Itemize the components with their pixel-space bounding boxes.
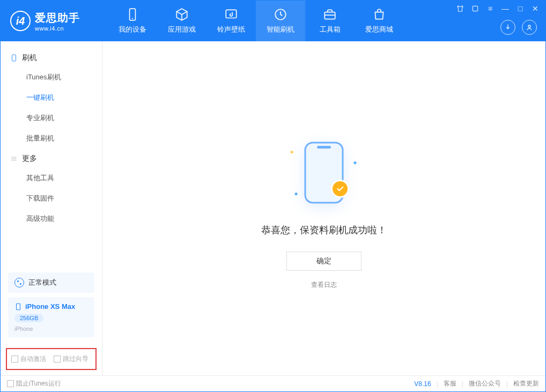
svg-rect-7 bbox=[17, 304, 20, 310]
sidebar-item-itunes-flash[interactable]: iTunes刷机 bbox=[1, 67, 102, 87]
support-link[interactable]: 客服 bbox=[444, 379, 456, 388]
nav-apps-games[interactable]: 应用游戏 bbox=[157, 1, 206, 41]
auto-activate-checkbox[interactable]: 自动激活 bbox=[11, 354, 46, 364]
refresh-icon bbox=[274, 8, 287, 21]
nav-my-device[interactable]: 我的设备 bbox=[108, 1, 157, 41]
view-log-link[interactable]: 查看日志 bbox=[311, 280, 337, 290]
sidebar-section-more: 更多 bbox=[1, 149, 102, 168]
svg-rect-4 bbox=[473, 6, 477, 11]
mode-icon bbox=[14, 278, 24, 287]
minimize-button[interactable]: — bbox=[500, 4, 510, 13]
main-nav: 我的设备 应用游戏 铃声壁纸 智能刷机 工具箱 爱思商城 bbox=[108, 1, 404, 41]
footer: 阻止iTunes运行 V8.16 | 客服 | 微信公众号 | 检查更新 bbox=[1, 375, 545, 391]
device-info-card[interactable]: iPhone XS Max 256GB iPhone bbox=[8, 297, 94, 337]
svg-rect-9 bbox=[317, 146, 331, 149]
nav-label: 我的设备 bbox=[119, 25, 146, 34]
section-label: 更多 bbox=[22, 154, 37, 164]
section-label: 刷机 bbox=[22, 53, 37, 63]
svg-rect-3 bbox=[324, 12, 335, 19]
nav-ringtones-wallpapers[interactable]: 铃声壁纸 bbox=[206, 1, 256, 41]
block-itunes-checkbox[interactable]: 阻止iTunes运行 bbox=[7, 379, 61, 388]
svg-point-1 bbox=[132, 18, 133, 19]
bag-icon bbox=[372, 8, 386, 21]
device-mode-card[interactable]: 正常模式 bbox=[8, 272, 94, 293]
highlighted-checkbox-area: 自动激活 跳过向导 bbox=[6, 348, 97, 370]
sidebar-item-one-click-flash[interactable]: 一键刷机 bbox=[1, 87, 102, 108]
skip-guide-checkbox[interactable]: 跳过向导 bbox=[54, 354, 88, 364]
device-name: iPhone XS Max bbox=[25, 302, 75, 310]
nav-label: 应用游戏 bbox=[168, 25, 196, 34]
phone-icon bbox=[14, 303, 22, 310]
svg-rect-6 bbox=[12, 55, 16, 61]
menu-icon[interactable]: ≡ bbox=[485, 4, 495, 13]
sparkle-icon: ✦ bbox=[289, 149, 294, 156]
logo-icon: i4 bbox=[10, 11, 31, 31]
ok-button[interactable]: 确定 bbox=[286, 252, 361, 271]
sidebar-item-download-firmware[interactable]: 下载固件 bbox=[1, 188, 102, 209]
check-badge-icon bbox=[331, 180, 349, 198]
nav-label: 智能刷机 bbox=[267, 25, 294, 34]
header: i4 爱思助手 www.i4.cn 我的设备 应用游戏 铃声壁纸 智能刷机 工具… bbox=[1, 1, 545, 41]
sidebar-item-pro-flash[interactable]: 专业刷机 bbox=[1, 108, 102, 128]
cube-icon bbox=[175, 8, 189, 21]
sidebar-item-other-tools[interactable]: 其他工具 bbox=[1, 168, 102, 188]
feedback-icon[interactable] bbox=[470, 4, 480, 13]
svg-point-5 bbox=[528, 25, 530, 27]
skin-icon[interactable] bbox=[455, 4, 465, 13]
window-controls: ≡ — □ ✕ bbox=[455, 4, 540, 13]
nav-label: 工具箱 bbox=[320, 25, 341, 34]
device-icon bbox=[126, 8, 139, 21]
wechat-link[interactable]: 微信公众号 bbox=[469, 379, 501, 388]
success-illustration: ✦ ✦ ✦ bbox=[294, 138, 353, 208]
music-note-icon bbox=[224, 8, 238, 21]
sparkle-icon: ✦ bbox=[352, 159, 358, 167]
device-type: iPhone bbox=[14, 326, 88, 332]
sidebar-item-batch-flash[interactable]: 批量刷机 bbox=[1, 128, 102, 149]
nav-store[interactable]: 爱思商城 bbox=[355, 1, 404, 41]
sidebar-item-advanced[interactable]: 高级功能 bbox=[1, 209, 102, 229]
nav-smart-flash[interactable]: 智能刷机 bbox=[256, 1, 305, 41]
sidebar: 刷机 iTunes刷机 一键刷机 专业刷机 批量刷机 更多 其他工具 下载固件 … bbox=[1, 41, 102, 375]
version-label: V8.16 bbox=[414, 380, 431, 388]
main-content: ✦ ✦ ✦ 恭喜您，保资料刷机成功啦！ 确定 查看日志 bbox=[102, 41, 545, 375]
nav-label: 爱思商城 bbox=[365, 25, 393, 34]
user-button[interactable] bbox=[522, 20, 537, 35]
nav-label: 铃声壁纸 bbox=[217, 25, 245, 34]
success-message: 恭喜您，保资料刷机成功啦！ bbox=[261, 224, 387, 236]
header-right-actions bbox=[500, 20, 537, 35]
device-capacity: 256GB bbox=[14, 314, 43, 322]
logo-area[interactable]: i4 爱思助手 www.i4.cn bbox=[1, 11, 108, 32]
mode-label: 正常模式 bbox=[28, 278, 56, 287]
maximize-button[interactable]: □ bbox=[515, 4, 525, 13]
download-button[interactable] bbox=[500, 20, 515, 35]
sidebar-section-flash: 刷机 bbox=[1, 48, 102, 67]
phone-outline-icon bbox=[10, 54, 18, 62]
sparkle-icon: ✦ bbox=[293, 190, 299, 198]
app-url: www.i4.cn bbox=[35, 25, 80, 32]
toolbox-icon bbox=[323, 8, 337, 21]
check-update-link[interactable]: 检查更新 bbox=[513, 379, 539, 388]
app-name: 爱思助手 bbox=[35, 11, 80, 25]
nav-toolbox[interactable]: 工具箱 bbox=[305, 1, 355, 41]
close-button[interactable]: ✕ bbox=[530, 4, 540, 13]
more-icon bbox=[10, 155, 18, 162]
